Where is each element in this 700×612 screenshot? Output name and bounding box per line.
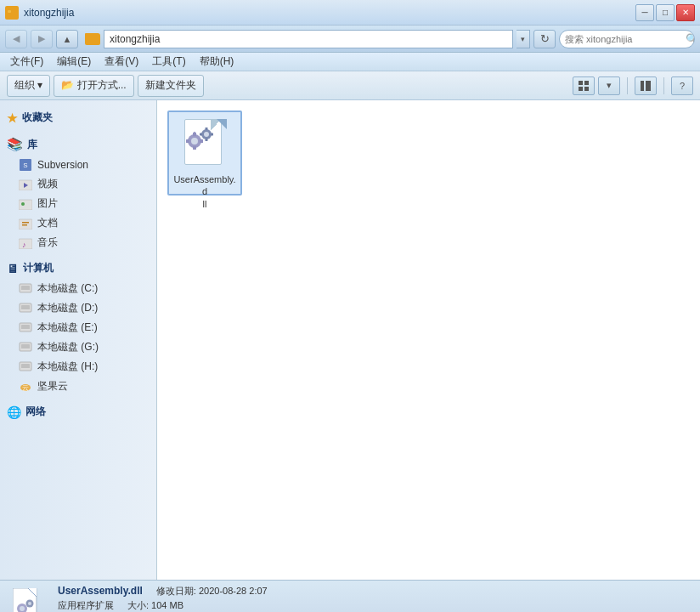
svg-rect-32 [193, 146, 196, 150]
svg-point-49 [28, 602, 31, 605]
image-folder-icon [19, 197, 32, 211]
network-icon: 🌐 [7, 405, 21, 419]
status-modified: 修改日期: 2020-08-28 2:07 [156, 585, 268, 598]
menu-tools[interactable]: 工具(T) [145, 53, 192, 71]
svg-rect-34 [200, 139, 203, 143]
svg-rect-39 [206, 139, 208, 141]
main-area: ★ 收藏夹 📚 库 S Subversion [0, 100, 700, 580]
library-icon: 📚 [7, 137, 23, 152]
file-icon-userAssembly [179, 117, 230, 172]
organize-button[interactable]: 组织 ▾ [7, 75, 50, 97]
status-bar: UserAssembly.dll 修改日期: 2020-08-28 2:07 应… [0, 580, 700, 612]
svg-rect-24 [21, 344, 30, 348]
search-input[interactable] [565, 34, 682, 44]
drive-e-icon [19, 321, 32, 335]
svg-rect-26 [21, 364, 30, 368]
content-area: UserAssembly.dll [157, 100, 700, 580]
status-file-icon [10, 586, 46, 613]
sidebar-item-video-label: 视频 [37, 177, 58, 191]
sidebar-item-drive-g[interactable]: 本地磁盘 (G:) [0, 337, 156, 357]
sidebar-item-jianguoyun[interactable]: 云 坚果云 [0, 377, 156, 396]
status-size: 大小: 104 MB [127, 599, 183, 612]
computer-icon: 🖥 [7, 262, 19, 275]
sidebar-item-doc-label: 文档 [37, 216, 58, 230]
sidebar-library-label: 库 [27, 138, 37, 152]
svg-rect-3 [584, 81, 589, 85]
drive-g-icon [19, 341, 32, 354]
svg-text:♪: ♪ [22, 241, 26, 249]
close-button[interactable]: ✕ [676, 4, 695, 21]
file-grid: UserAssembly.dll [167, 110, 690, 196]
sidebar-network-label: 网络 [25, 405, 46, 419]
sidebar-item-subversion-label: Subversion [37, 159, 88, 171]
sidebar-computer-section: 🖥 计算机 本地磁盘 (C:) 本地磁盘 (D:) 本地磁盘 (E:) [0, 258, 156, 396]
sidebar-drive-d-label: 本地磁盘 (D:) [37, 301, 98, 315]
address-dropdown[interactable]: ▾ [517, 30, 530, 48]
sidebar-item-doc[interactable]: 文档 [0, 213, 156, 233]
svg-point-37 [204, 132, 209, 137]
svg-rect-41 [211, 133, 213, 136]
new-folder-button[interactable]: 新建文件夹 [138, 75, 204, 97]
svg-rect-7 [646, 81, 651, 91]
svg-rect-38 [206, 128, 208, 130]
svg-rect-14 [22, 224, 27, 226]
window-icon [5, 6, 19, 20]
sidebar-favorites-header[interactable]: ★ 收藏夹 [0, 107, 156, 128]
address-input[interactable] [104, 30, 513, 48]
sidebar-item-drive-d[interactable]: 本地磁盘 (D:) [0, 298, 156, 318]
layout-button[interactable] [635, 76, 657, 95]
sidebar-item-video[interactable]: 视频 [0, 174, 156, 194]
sidebar-drive-h-label: 本地磁盘 (H:) [37, 360, 98, 374]
favorites-star-icon: ★ [7, 111, 18, 125]
sidebar-item-drive-h[interactable]: 本地磁盘 (H:) [0, 357, 156, 377]
status-filename: UserAssembly.dll [58, 585, 143, 597]
window-title: xitongzhijia [24, 7, 74, 19]
menu-file[interactable]: 文件(F) [3, 53, 50, 71]
sidebar-computer-header[interactable]: 🖥 计算机 [0, 258, 156, 279]
forward-button[interactable]: ▶ [31, 30, 53, 48]
title-controls: ─ □ ✕ [635, 4, 695, 21]
toolbar-separator-2 [663, 77, 664, 94]
svg-rect-6 [641, 81, 644, 91]
title-bar-left: xitongzhijia [5, 6, 74, 20]
refresh-button[interactable]: ↻ [533, 30, 556, 48]
minimize-button[interactable]: ─ [635, 4, 654, 21]
file-item-userAssembly[interactable]: UserAssembly.dll [167, 110, 242, 196]
maximize-button[interactable]: □ [656, 4, 675, 21]
toolbar-separator [627, 77, 628, 94]
sidebar-item-music[interactable]: ♪ 音乐 [0, 233, 156, 252]
view-dropdown-button[interactable]: ▾ [598, 76, 620, 95]
sidebar-item-image[interactable]: 图片 [0, 194, 156, 213]
open-with-button[interactable]: 📂 打开方式... [54, 75, 133, 97]
sidebar-network-header[interactable]: 🌐 网络 [0, 401, 156, 422]
toolbar-right: ▾ ? [573, 76, 693, 95]
status-info: UserAssembly.dll 修改日期: 2020-08-28 2:07 应… [58, 585, 268, 612]
view-toggle-button[interactable] [573, 76, 595, 95]
sidebar-item-image-label: 图片 [37, 196, 58, 211]
video-folder-icon [19, 178, 32, 191]
search-icon: 🔍 [686, 33, 695, 45]
svg-rect-10 [19, 200, 32, 210]
sidebar-favorites-section: ★ 收藏夹 [0, 107, 156, 128]
help-button[interactable]: ? [671, 76, 693, 95]
sidebar-item-subversion[interactable]: S Subversion [0, 156, 156, 174]
back-button[interactable]: ◀ [5, 30, 27, 48]
svg-rect-40 [200, 133, 202, 136]
sidebar-item-drive-c[interactable]: 本地磁盘 (C:) [0, 279, 156, 298]
up-button[interactable]: ▲ [56, 30, 78, 48]
status-type: 应用程序扩展 [58, 599, 114, 612]
sidebar-library-header[interactable]: 📚 库 [0, 133, 156, 156]
svg-point-47 [20, 606, 25, 611]
svg-text:云: 云 [22, 384, 29, 392]
sidebar-item-drive-e[interactable]: 本地磁盘 (E:) [0, 318, 156, 337]
menu-view[interactable]: 查看(V) [98, 53, 145, 71]
sidebar-jianguoyun-label: 坚果云 [37, 379, 68, 394]
svg-rect-2 [579, 81, 583, 85]
menu-help[interactable]: 帮助(H) [193, 53, 241, 71]
subversion-icon: S [19, 158, 32, 172]
sidebar: ★ 收藏夹 📚 库 S Subversion [0, 100, 157, 580]
toolbar: 组织 ▾ 📂 打开方式... 新建文件夹 ▾ ? [0, 71, 700, 100]
gears-svg [186, 124, 220, 162]
address-bar: ◀ ▶ ▲ ▾ ↻ 🔍 [0, 26, 700, 53]
menu-edit[interactable]: 编辑(E) [50, 53, 98, 71]
